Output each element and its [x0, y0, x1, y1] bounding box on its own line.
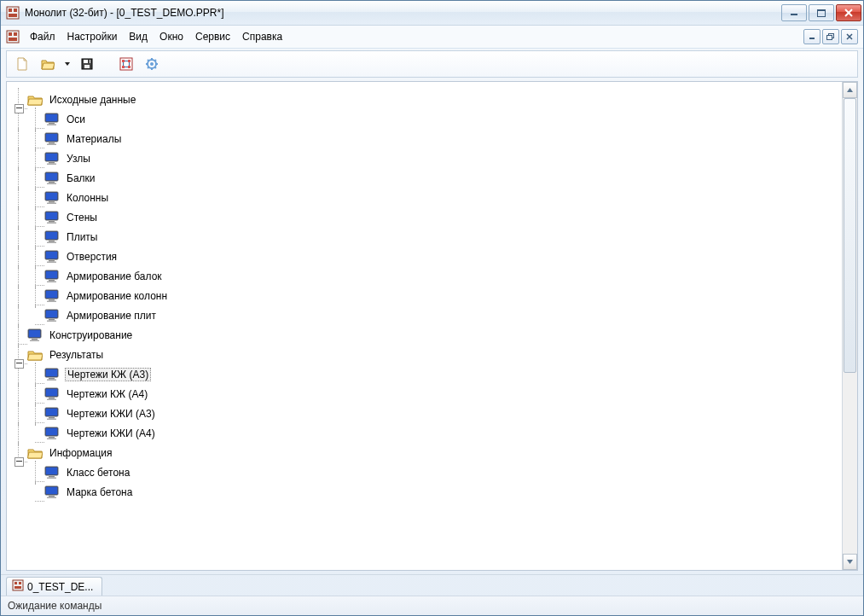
- mdi-close-button[interactable]: [841, 29, 858, 44]
- svg-rect-38: [46, 173, 57, 180]
- svg-rect-55: [49, 260, 55, 262]
- svg-rect-82: [46, 409, 57, 416]
- svg-rect-67: [49, 319, 55, 321]
- tree-item-2-2[interactable]: Чертежи КЖИ (А3): [10, 405, 838, 422]
- menu-help[interactable]: Справка: [237, 28, 287, 45]
- window-buttons: [780, 4, 861, 21]
- svg-rect-54: [46, 252, 57, 259]
- open-file-button[interactable]: [38, 54, 58, 74]
- scroll-track[interactable]: [843, 98, 857, 554]
- svg-rect-72: [30, 340, 39, 342]
- open-dropdown-icon[interactable]: [63, 61, 72, 67]
- svg-rect-97: [13, 580, 23, 590]
- tree-item-0-8[interactable]: Армирование балок: [10, 268, 838, 285]
- monitor-icon: [44, 230, 60, 244]
- svg-rect-80: [47, 399, 56, 401]
- tree-item-0-9[interactable]: Армирование колонн: [10, 288, 838, 305]
- tree-item-0-1[interactable]: Материалы: [10, 131, 838, 148]
- tree-item-3-0[interactable]: Класс бетона: [10, 464, 838, 481]
- tree-item-2-3[interactable]: Чертежи КЖИ (А4): [10, 425, 838, 442]
- settings-button[interactable]: [142, 54, 162, 74]
- tree-item-0-4[interactable]: Колонны: [10, 189, 838, 206]
- tree-item-0-5[interactable]: Стены: [10, 209, 838, 226]
- svg-rect-31: [49, 142, 55, 144]
- svg-rect-99: [19, 582, 21, 584]
- svg-rect-13: [827, 35, 832, 39]
- svg-rect-42: [46, 193, 57, 200]
- svg-rect-35: [49, 162, 55, 164]
- tree-group-1[interactable]: Конструирование: [10, 327, 838, 344]
- svg-rect-30: [46, 134, 57, 141]
- tree-item-label: Отверстия: [65, 251, 119, 263]
- save-file-button[interactable]: [77, 54, 97, 74]
- scroll-down-button[interactable]: [843, 554, 857, 570]
- tree-item-0-10[interactable]: Армирование плит: [10, 307, 838, 324]
- document-tab[interactable]: 0_TEST_DE...: [6, 577, 102, 596]
- svg-rect-44: [47, 203, 56, 205]
- svg-rect-17: [88, 60, 90, 63]
- tree-group-3[interactable]: Информация: [10, 445, 838, 462]
- mdi-minimize-button[interactable]: [803, 29, 821, 44]
- window-title: Монолит (32-бит) - [0_TEST_DEMO.PPR*]: [25, 7, 780, 19]
- tree-item-label: Балки: [65, 172, 97, 184]
- svg-rect-91: [49, 476, 55, 478]
- collapse-icon[interactable]: [14, 104, 24, 113]
- svg-rect-66: [46, 311, 57, 317]
- tree-item-0-6[interactable]: Плиты: [10, 229, 838, 246]
- svg-rect-32: [47, 144, 56, 146]
- tree-item-2-0[interactable]: Чертежи КЖ (А3): [10, 366, 838, 383]
- tree-item-0-0[interactable]: Оси: [10, 111, 838, 128]
- monitor-icon: [44, 289, 60, 303]
- svg-rect-86: [46, 428, 57, 435]
- tree-group-0[interactable]: Исходные данные: [10, 91, 838, 108]
- titlebar: Монолит (32-бит) - [0_TEST_DEMO.PPR*]: [1, 1, 863, 26]
- svg-rect-74: [46, 369, 57, 376]
- collapse-icon[interactable]: [14, 457, 24, 467]
- tree-item-0-7[interactable]: Отверстия: [10, 248, 838, 265]
- tree-item-3-1[interactable]: Марка бетона: [10, 484, 838, 501]
- monitor-icon: [44, 407, 60, 421]
- monitor-icon: [44, 211, 60, 224]
- scroll-up-button[interactable]: [843, 82, 857, 98]
- svg-rect-83: [49, 417, 55, 419]
- tree-item-0-2[interactable]: Узлы: [10, 150, 838, 167]
- menu-view[interactable]: Вид: [124, 28, 153, 45]
- svg-rect-10: [9, 38, 17, 41]
- svg-rect-20: [128, 60, 130, 62]
- document-icon: [6, 30, 20, 44]
- tree-item-0-3[interactable]: Балки: [10, 170, 838, 187]
- tree-group-2[interactable]: Результаты: [10, 346, 838, 363]
- svg-rect-78: [46, 389, 57, 396]
- svg-rect-88: [47, 439, 56, 440]
- menu-settings[interactable]: Настройки: [62, 28, 123, 45]
- menu-service[interactable]: Сервис: [190, 28, 235, 45]
- monitor-icon: [44, 250, 60, 264]
- close-button[interactable]: [836, 4, 861, 21]
- svg-rect-84: [47, 419, 56, 421]
- tree-view[interactable]: Исходные данныеОсиМатериалыУзлыБалкиКоло…: [7, 82, 842, 570]
- svg-rect-43: [49, 201, 55, 203]
- svg-rect-46: [46, 212, 57, 219]
- mdi-restore-button[interactable]: [822, 29, 839, 44]
- tree-item-label: Марка бетона: [65, 486, 134, 498]
- vertical-scrollbar[interactable]: [842, 82, 857, 570]
- svg-rect-71: [32, 339, 38, 340]
- new-file-button[interactable]: [12, 54, 32, 74]
- minimize-button[interactable]: [781, 4, 807, 21]
- svg-rect-60: [47, 282, 56, 283]
- maximize-button[interactable]: [809, 4, 834, 21]
- menu-window[interactable]: Окно: [154, 28, 188, 45]
- svg-rect-8: [9, 32, 12, 36]
- svg-rect-95: [49, 496, 55, 497]
- app-icon: [6, 6, 20, 20]
- collapse-icon[interactable]: [14, 359, 24, 369]
- menu-file[interactable]: Файл: [25, 28, 61, 45]
- project-structure-button[interactable]: [116, 54, 136, 74]
- svg-rect-63: [49, 299, 55, 301]
- folder-icon: [27, 348, 43, 362]
- scroll-thumb[interactable]: [844, 98, 856, 373]
- tree-item-label: Плиты: [65, 231, 99, 243]
- tree-item-label: Армирование балок: [65, 270, 164, 282]
- svg-rect-27: [49, 123, 55, 125]
- tree-item-2-1[interactable]: Чертежи КЖ (А4): [10, 386, 838, 403]
